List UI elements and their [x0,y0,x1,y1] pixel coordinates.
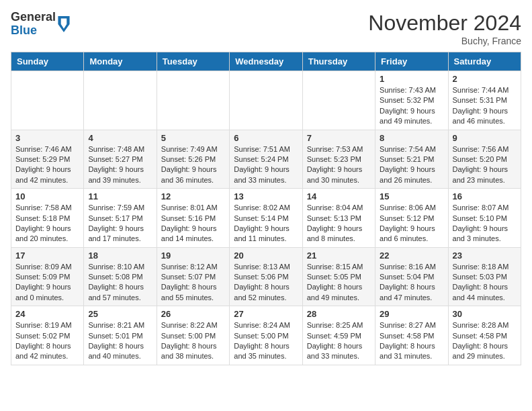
table-row: 15Sunrise: 8:06 AM Sunset: 5:12 PM Dayli… [375,189,448,248]
logo-blue: Blue [11,24,56,38]
table-row: 12Sunrise: 8:01 AM Sunset: 5:16 PM Dayli… [157,189,229,248]
day-number: 23 [453,250,517,261]
day-info: Sunrise: 7:44 AM Sunset: 5:31 PM Dayligh… [453,85,517,127]
calendar-week-row: 10Sunrise: 7:58 AM Sunset: 5:18 PM Dayli… [11,189,521,248]
day-number: 17 [15,250,79,261]
day-number: 13 [234,191,298,201]
table-row: 7Sunrise: 7:53 AM Sunset: 5:23 PM Daylig… [302,130,375,189]
table-row: 27Sunrise: 8:24 AM Sunset: 5:00 PM Dayli… [230,306,302,365]
day-info: Sunrise: 8:27 AM Sunset: 4:58 PM Dayligh… [380,320,443,362]
day-info: Sunrise: 7:58 AM Sunset: 5:18 PM Dayligh… [15,203,79,244]
day-info: Sunrise: 8:09 AM Sunset: 5:09 PM Dayligh… [15,262,79,304]
table-row: 13Sunrise: 8:02 AM Sunset: 5:14 PM Dayli… [230,189,302,248]
calendar: Sunday Monday Tuesday Wednesday Thursday… [11,52,521,365]
day-info: Sunrise: 8:01 AM Sunset: 5:16 PM Dayligh… [161,203,225,244]
calendar-week-row: 3Sunrise: 7:46 AM Sunset: 5:29 PM Daylig… [11,130,521,189]
day-number: 2 [453,74,517,84]
day-number: 6 [234,133,298,143]
day-number: 30 [453,309,517,319]
day-number: 29 [380,309,443,319]
day-info: Sunrise: 7:43 AM Sunset: 5:32 PM Dayligh… [380,85,443,127]
table-row: 5Sunrise: 7:49 AM Sunset: 5:26 PM Daylig… [157,130,229,189]
logo-icon [57,16,71,32]
title-area: November 2024 Buchy, France [368,11,521,46]
table-row: 17Sunrise: 8:09 AM Sunset: 5:09 PM Dayli… [11,247,84,306]
table-row: 16Sunrise: 8:07 AM Sunset: 5:10 PM Dayli… [448,189,521,248]
table-row: 8Sunrise: 7:54 AM Sunset: 5:21 PM Daylig… [375,130,448,189]
day-number: 28 [307,309,371,319]
day-info: Sunrise: 7:53 AM Sunset: 5:23 PM Dayligh… [307,144,371,186]
col-sunday: Sunday [11,52,84,71]
day-number: 9 [453,133,517,143]
table-row: 30Sunrise: 8:28 AM Sunset: 4:58 PM Dayli… [448,306,521,365]
table-row [302,71,375,130]
day-info: Sunrise: 7:51 AM Sunset: 5:24 PM Dayligh… [234,144,298,186]
day-info: Sunrise: 8:15 AM Sunset: 5:05 PM Dayligh… [307,262,371,304]
day-info: Sunrise: 8:13 AM Sunset: 5:06 PM Dayligh… [234,262,298,304]
table-row: 4Sunrise: 7:48 AM Sunset: 5:27 PM Daylig… [84,130,157,189]
calendar-week-row: 24Sunrise: 8:19 AM Sunset: 5:02 PM Dayli… [11,306,521,365]
day-info: Sunrise: 8:06 AM Sunset: 5:12 PM Dayligh… [380,203,443,244]
col-thursday: Thursday [302,52,375,71]
day-number: 18 [88,250,152,261]
day-info: Sunrise: 8:10 AM Sunset: 5:08 PM Dayligh… [88,262,152,304]
table-row: 26Sunrise: 8:22 AM Sunset: 5:00 PM Dayli… [157,306,229,365]
col-saturday: Saturday [448,52,521,71]
day-info: Sunrise: 8:16 AM Sunset: 5:04 PM Dayligh… [380,262,443,304]
day-number: 15 [380,191,443,201]
day-info: Sunrise: 7:54 AM Sunset: 5:21 PM Dayligh… [380,144,443,186]
logo-general: General [11,11,56,24]
day-info: Sunrise: 8:25 AM Sunset: 4:59 PM Dayligh… [307,320,371,362]
table-row: 24Sunrise: 8:19 AM Sunset: 5:02 PM Dayli… [11,306,84,365]
day-info: Sunrise: 8:07 AM Sunset: 5:10 PM Dayligh… [453,203,517,244]
day-info: Sunrise: 7:59 AM Sunset: 5:17 PM Dayligh… [88,203,152,244]
calendar-header-row: Sunday Monday Tuesday Wednesday Thursday… [11,52,521,71]
col-tuesday: Tuesday [157,52,229,71]
table-row [157,71,229,130]
day-number: 20 [234,250,298,261]
table-row: 21Sunrise: 8:15 AM Sunset: 5:05 PM Dayli… [302,247,375,306]
table-row: 20Sunrise: 8:13 AM Sunset: 5:06 PM Dayli… [230,247,302,306]
table-row: 28Sunrise: 8:25 AM Sunset: 4:59 PM Dayli… [302,306,375,365]
day-number: 16 [453,191,517,201]
day-info: Sunrise: 8:02 AM Sunset: 5:14 PM Dayligh… [234,203,298,244]
table-row: 10Sunrise: 7:58 AM Sunset: 5:18 PM Dayli… [11,189,84,248]
col-monday: Monday [84,52,157,71]
day-info: Sunrise: 8:04 AM Sunset: 5:13 PM Dayligh… [307,203,371,244]
day-number: 4 [88,133,152,143]
day-info: Sunrise: 8:18 AM Sunset: 5:03 PM Dayligh… [453,262,517,304]
day-number: 10 [15,191,79,201]
table-row: 23Sunrise: 8:18 AM Sunset: 5:03 PM Dayli… [448,247,521,306]
day-number: 19 [161,250,225,261]
day-number: 3 [15,133,79,143]
table-row: 1Sunrise: 7:43 AM Sunset: 5:32 PM Daylig… [375,71,448,130]
day-number: 21 [307,250,371,261]
day-info: Sunrise: 7:46 AM Sunset: 5:29 PM Dayligh… [15,144,79,186]
day-number: 7 [307,133,371,143]
day-number: 1 [380,74,443,84]
day-info: Sunrise: 8:22 AM Sunset: 5:00 PM Dayligh… [161,320,225,362]
day-info: Sunrise: 8:21 AM Sunset: 5:01 PM Dayligh… [88,320,152,362]
day-number: 5 [161,133,225,143]
page-header: General Blue November 2024 Buchy, France [11,11,521,46]
day-info: Sunrise: 8:28 AM Sunset: 4:58 PM Dayligh… [453,320,517,362]
day-number: 12 [161,191,225,201]
day-number: 26 [161,309,225,319]
location: Buchy, France [368,36,521,46]
table-row [84,71,157,130]
day-number: 27 [234,309,298,319]
table-row: 11Sunrise: 7:59 AM Sunset: 5:17 PM Dayli… [84,189,157,248]
table-row [230,71,302,130]
day-number: 25 [88,309,152,319]
table-row: 3Sunrise: 7:46 AM Sunset: 5:29 PM Daylig… [11,130,84,189]
day-number: 8 [380,133,443,143]
table-row [11,71,84,130]
day-number: 22 [380,250,443,261]
table-row: 2Sunrise: 7:44 AM Sunset: 5:31 PM Daylig… [448,71,521,130]
table-row: 18Sunrise: 8:10 AM Sunset: 5:08 PM Dayli… [84,247,157,306]
day-info: Sunrise: 8:12 AM Sunset: 5:07 PM Dayligh… [161,262,225,304]
day-info: Sunrise: 8:19 AM Sunset: 5:02 PM Dayligh… [15,320,79,362]
table-row: 6Sunrise: 7:51 AM Sunset: 5:24 PM Daylig… [230,130,302,189]
table-row: 29Sunrise: 8:27 AM Sunset: 4:58 PM Dayli… [375,306,448,365]
table-row: 22Sunrise: 8:16 AM Sunset: 5:04 PM Dayli… [375,247,448,306]
